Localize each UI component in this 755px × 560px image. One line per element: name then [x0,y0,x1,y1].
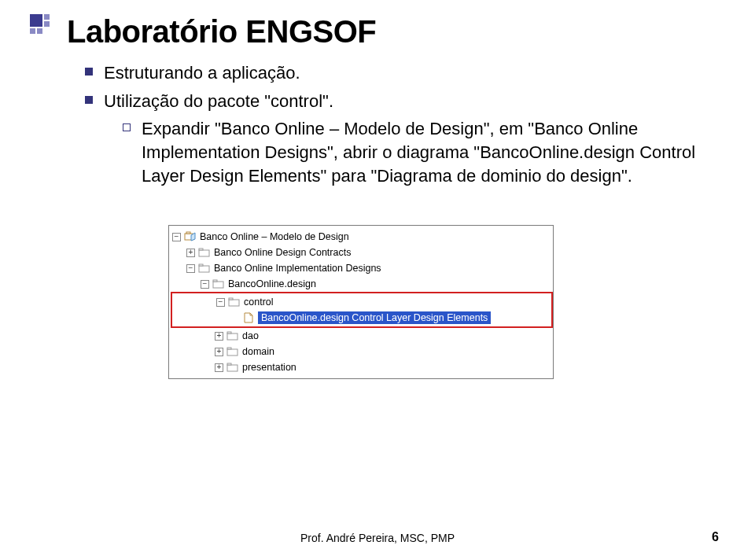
tree-node-dao[interactable]: + dao [172,328,553,344]
bullet-text: Utilização do pacote "control". [104,90,333,113]
folder-icon [226,346,239,357]
svg-rect-13 [227,349,238,356]
collapse-icon[interactable]: − [172,233,181,241]
footer-text: Prof. André Pereira, MSC, PMP [0,532,755,544]
tree-label: BancoOnline.design [228,278,316,289]
folder-icon [226,362,239,373]
bullet-item: Utilização do pacote "control". [85,90,698,113]
header-decoration [30,14,50,34]
bullet-list: Estruturando a aplicação. Utilização do … [85,61,698,187]
svg-rect-1 [186,232,190,234]
svg-rect-8 [213,280,217,282]
tree-node-design[interactable]: − BancoOnline.design [172,276,553,292]
tree-node-presentation[interactable]: + presentation [172,359,553,375]
expand-icon[interactable]: + [215,363,223,372]
svg-rect-10 [229,298,233,300]
page-title: Laboratório ENGSOF [67,14,376,50]
bullet-icon [85,96,93,104]
collapse-icon[interactable]: − [186,264,195,273]
tree-label: dao [242,330,259,341]
page-number: 6 [712,530,719,544]
tree-node-impl[interactable]: − Banco Online Implementation Designs [172,260,553,276]
tree-label: Banco Online Design Contracts [214,247,351,258]
tree-node-control-elements[interactable]: BancoOnline.design Control Layer Design … [174,310,550,326]
tree-label: domain [242,346,274,357]
highlight-box: − control BancoOnline.design Control Lay… [171,292,553,328]
tree-node-domain[interactable]: + domain [172,344,553,359]
model-icon [184,231,197,242]
bullet-icon [85,68,93,76]
collapse-icon[interactable]: − [201,280,209,289]
expand-icon[interactable]: + [215,332,223,341]
folder-icon [228,297,241,308]
svg-rect-9 [229,300,239,306]
svg-rect-16 [227,363,231,365]
tree-node-contracts[interactable]: + Banco Online Design Contracts [172,245,553,260]
tree-node-root[interactable]: − Banco Online – Modelo de Design [172,229,553,245]
tree-label: control [244,297,274,308]
sub-bullet-icon [123,123,131,131]
svg-rect-11 [227,333,238,340]
sub-bullet-item: Expandir "Banco Online – Modelo de Desig… [123,117,698,187]
tree-view: − Banco Online – Modelo de Design + Banc… [168,225,554,379]
collapse-icon[interactable]: − [216,298,225,307]
svg-rect-6 [199,264,203,266]
folder-icon [212,278,225,289]
tree-label: presentation [242,362,296,373]
svg-rect-12 [227,332,231,333]
tree-label-selected: BancoOnline.design Control Layer Design … [258,311,491,324]
svg-rect-15 [227,365,238,371]
folder-icon [226,330,239,341]
folder-icon [198,263,211,274]
folder-icon [198,247,211,258]
svg-rect-7 [213,282,223,288]
tree-label: Banco Online – Modelo de Design [200,231,349,242]
svg-rect-14 [227,348,231,349]
bullet-text: Estruturando a aplicação. [104,61,300,85]
svg-rect-5 [199,266,209,272]
tree-label: Banco Online Implementation Designs [214,263,381,274]
tree-node-control[interactable]: − control [174,294,550,310]
svg-rect-3 [199,250,209,256]
document-icon [242,312,255,323]
svg-rect-4 [199,249,203,250]
expand-icon[interactable]: + [186,249,195,257]
expand-icon[interactable]: + [215,348,223,356]
sub-bullet-text: Expandir "Banco Online – Modelo de Desig… [142,117,698,187]
bullet-item: Estruturando a aplicação. [85,61,698,85]
